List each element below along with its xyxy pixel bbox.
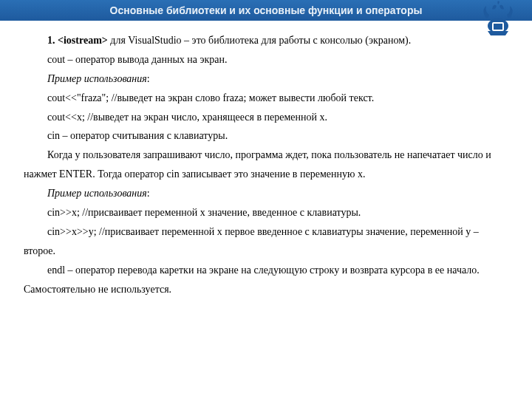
para-endl: endl – оператор перевода каретки на экра… bbox=[24, 261, 508, 299]
colon: : bbox=[147, 188, 150, 199]
slide-body: 1. <iostream> для VisualStudio – это биб… bbox=[0, 21, 532, 299]
example-label: Пример использования bbox=[47, 188, 147, 199]
para-cout-fraza: cout<<"fraza"; //выведет на экран слово … bbox=[24, 89, 508, 108]
slide-header: Основные библиотеки и их основные функци… bbox=[0, 0, 532, 21]
para-example-label-1: Пример использования: bbox=[24, 69, 508, 89]
svg-rect-2 bbox=[494, 24, 502, 30]
slide-title: Основные библиотеки и их основные функци… bbox=[110, 4, 423, 16]
para-iostream: 1. <iostream> для VisualStudio – это биб… bbox=[24, 31, 508, 50]
para-cin-xy: cin>>x>>y; //присваивает переменной x пе… bbox=[24, 222, 508, 261]
lib-name: <iostream> bbox=[58, 35, 108, 46]
para-cout: cout – оператор вывода данных на экран. bbox=[24, 50, 508, 69]
para-cin-x: cin>>x; //присваивает переменной x значе… bbox=[24, 203, 508, 222]
example-label: Пример использования bbox=[47, 73, 147, 84]
para-cout-x: cout<<x; //выведет на экран число, храня… bbox=[24, 108, 508, 127]
para-example-label-2: Пример использования: bbox=[24, 184, 508, 203]
para-text: для VisualStudio – это библиотека для ра… bbox=[108, 35, 411, 46]
item-number: 1. bbox=[47, 35, 58, 46]
para-cin-desc: Когда у пользователя запрашивают число, … bbox=[24, 146, 508, 184]
colon: : bbox=[147, 73, 150, 84]
para-cin: cin – оператор считывания с клавиатуры. bbox=[24, 126, 508, 146]
emblem-icon bbox=[477, 0, 519, 41]
